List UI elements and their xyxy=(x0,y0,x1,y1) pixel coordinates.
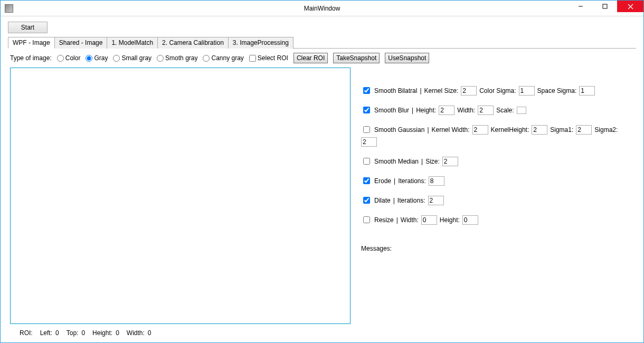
blur-scale-label: Scale: xyxy=(496,107,514,114)
tab-camera-calibration[interactable]: 2. Camera Calibration xyxy=(157,37,229,49)
use-snapshot-button[interactable]: UseSnapshot xyxy=(385,53,429,63)
erode-check[interactable] xyxy=(363,177,370,184)
gaussian-s1-label: Sigma1: xyxy=(550,126,573,134)
gaussian-check[interactable] xyxy=(363,126,370,133)
blur-scale-input[interactable] xyxy=(517,107,526,114)
radio-smothgray-input[interactable] xyxy=(157,55,164,62)
radio-gray[interactable]: Gray xyxy=(86,54,108,62)
radio-smallgray-input[interactable] xyxy=(113,55,120,62)
type-of-image-row: Type of image: Color Gray Small gray Smo… xyxy=(10,53,634,63)
gaussian-label: Smooth Gaussian xyxy=(374,126,424,134)
bilateral-colorsig-label: Color Sigma: xyxy=(479,87,516,94)
messages-label: Messages: xyxy=(361,245,634,252)
svg-rect-1 xyxy=(603,4,607,8)
app-icon xyxy=(5,4,13,13)
select-roi-checkbox[interactable]: Select ROI xyxy=(249,54,288,62)
tab-model-match[interactable]: 1. ModelMatch xyxy=(107,37,158,49)
blur-check[interactable] xyxy=(363,107,370,113)
roi-height-value: 0 xyxy=(116,329,119,337)
gaussian-kw-input[interactable] xyxy=(472,125,488,135)
window-controls xyxy=(569,1,643,12)
radio-gray-input[interactable] xyxy=(86,55,92,62)
window-title: MainWindow xyxy=(1,5,643,12)
radio-color-input[interactable] xyxy=(57,55,64,62)
blur-width-label: Width: xyxy=(457,107,475,114)
tab-wpf-image[interactable]: WPF - Image xyxy=(8,37,55,49)
close-button[interactable] xyxy=(617,1,643,12)
resize-check[interactable] xyxy=(363,216,370,223)
median-check[interactable] xyxy=(363,158,370,165)
minimize-button[interactable] xyxy=(569,1,593,12)
start-button[interactable]: Start xyxy=(8,22,48,33)
radio-cannygray-label: Canny gray xyxy=(211,54,243,62)
roi-left-value: 0 xyxy=(55,329,59,337)
image-canvas[interactable] xyxy=(10,68,351,324)
dilate-iter-input[interactable] xyxy=(428,196,444,205)
dilate-label: Dilate xyxy=(374,197,391,204)
gaussian-kw-label: Kernel Width: xyxy=(432,126,470,134)
radio-gray-label: Gray xyxy=(94,54,108,62)
dilate-iter-label: Iterations: xyxy=(397,197,425,204)
blur-height-label: Height: xyxy=(416,107,436,114)
bilateral-kernel-input[interactable] xyxy=(461,86,477,96)
roi-width-value: 0 xyxy=(148,329,151,337)
roi-label: ROI: xyxy=(20,329,33,337)
blur-width-input[interactable] xyxy=(478,106,494,115)
median-size-label: Size: xyxy=(425,158,440,165)
gaussian-kh-label: KernelHeight: xyxy=(491,126,529,134)
roi-left-label: Left: xyxy=(40,329,52,337)
blur-label: Smooth Blur xyxy=(374,107,409,114)
radio-smallgray[interactable]: Small gray xyxy=(113,54,151,62)
gaussian-s1-input[interactable] xyxy=(576,125,592,135)
dilate-check[interactable] xyxy=(363,197,370,204)
op-resize: Resize | Width: Height: xyxy=(361,215,634,225)
tab-strip: WPF - Image Shared - Image 1. ModelMatch… xyxy=(8,36,636,49)
radio-cannygray-input[interactable] xyxy=(203,55,210,62)
bilateral-label: Smooth Bilatral xyxy=(374,87,417,94)
median-size-input[interactable] xyxy=(442,157,458,166)
radio-smothgray-label: Smoth gray xyxy=(165,54,197,62)
maximize-button[interactable] xyxy=(593,1,617,12)
take-snapshot-button[interactable]: TakeSnapshot xyxy=(333,53,380,63)
resize-h-input[interactable] xyxy=(462,215,478,225)
erode-iter-input[interactable] xyxy=(429,176,444,186)
radio-color[interactable]: Color xyxy=(57,54,81,62)
radio-cannygray[interactable]: Canny gray xyxy=(203,54,243,62)
gaussian-s2-label: Sigma2: xyxy=(594,126,618,134)
tab-body: Type of image: Color Gray Small gray Smo… xyxy=(8,49,636,339)
tab-shared-image[interactable]: Shared - Image xyxy=(54,37,108,49)
op-bilateral: Smooth Bilatral | Kernel Size: Color Sig… xyxy=(361,85,634,96)
resize-w-input[interactable] xyxy=(421,215,437,225)
blur-height-input[interactable] xyxy=(439,106,454,115)
op-blur: Smooth Blur | Height: Width: Scale: xyxy=(361,105,634,115)
select-roi-input[interactable] xyxy=(249,55,256,62)
radio-smallgray-label: Small gray xyxy=(121,54,151,62)
clear-roi-button[interactable]: Clear ROI xyxy=(293,53,328,63)
tab-image-processing[interactable]: 3. ImageProcessing xyxy=(228,37,293,49)
op-erode: Erode | Iterations: xyxy=(361,176,634,186)
radio-smothgray[interactable]: Smoth gray xyxy=(157,54,197,62)
bilateral-check[interactable] xyxy=(363,87,370,94)
median-label: Smooth Median xyxy=(374,158,419,165)
erode-label: Erode xyxy=(374,177,391,185)
resize-h-label: Height: xyxy=(440,216,460,224)
bilateral-sep: | xyxy=(420,87,421,94)
gaussian-s2-input[interactable] xyxy=(361,137,377,147)
resize-w-label: Width: xyxy=(401,216,419,224)
bilateral-kernel-label: Kernel Size: xyxy=(424,87,459,94)
select-roi-label: Select ROI xyxy=(258,54,288,62)
titlebar: MainWindow xyxy=(1,1,643,16)
bilateral-colorsig-input[interactable] xyxy=(519,86,535,96)
erode-iter-label: Iterations: xyxy=(398,177,426,185)
resize-label: Resize xyxy=(374,216,394,224)
roi-top-value: 0 xyxy=(81,329,85,337)
type-of-image-label: Type of image: xyxy=(10,54,52,62)
roi-top-label: Top: xyxy=(67,329,79,337)
roi-width-label: Width: xyxy=(127,329,145,337)
op-median: Smooth Median | Size: xyxy=(361,156,634,166)
op-gaussian: Smooth Gaussian | Kernel Width: KernelHe… xyxy=(361,125,634,147)
gaussian-kh-input[interactable] xyxy=(532,125,547,135)
bilateral-spacesig-input[interactable] xyxy=(579,86,595,96)
bilateral-spacesig-label: Space Sigma: xyxy=(537,87,577,94)
roi-status-row: ROI: Left:0 Top:0 Height:0 Width:0 xyxy=(10,329,634,337)
